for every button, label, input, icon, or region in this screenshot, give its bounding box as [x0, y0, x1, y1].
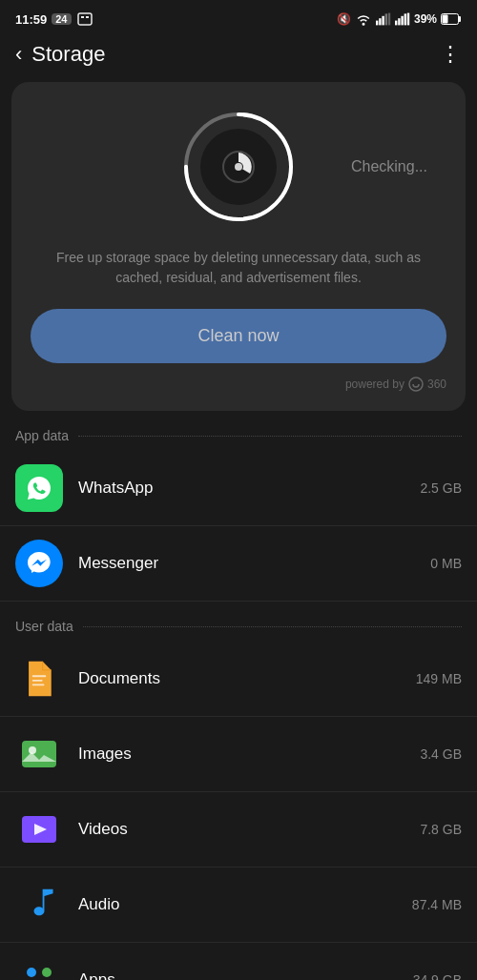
storage-description: Free up storage space by deleting unnece… — [31, 248, 446, 288]
svg-point-20 — [235, 163, 242, 171]
audio-icon — [15, 881, 63, 929]
signal-icon — [376, 12, 391, 26]
svg-rect-2 — [86, 16, 89, 18]
svg-rect-15 — [459, 16, 462, 22]
app-data-divider — [78, 436, 462, 437]
svg-rect-5 — [382, 16, 384, 26]
svg-point-26 — [29, 746, 36, 754]
list-item[interactable]: WhatsApp 2.5 GB — [0, 451, 477, 526]
svg-point-30 — [42, 968, 52, 977]
audio-size: 87.4 MB — [412, 897, 462, 912]
list-item[interactable]: Videos 7.8 GB — [0, 792, 477, 868]
status-left: 11:59 24 — [15, 12, 93, 27]
status-time: 11:59 — [15, 12, 47, 27]
svg-rect-0 — [78, 13, 92, 25]
list-item[interactable]: Audio 87.4 MB — [0, 868, 477, 943]
apps-name: Apps — [78, 970, 398, 980]
images-size: 3.4 GB — [420, 746, 462, 762]
svg-rect-9 — [398, 18, 400, 25]
apps-folder-icon — [15, 956, 63, 980]
checking-text: Checking... — [351, 158, 427, 175]
svg-rect-23 — [32, 680, 43, 682]
svg-rect-4 — [379, 18, 381, 25]
documents-name: Documents — [78, 669, 401, 688]
list-item[interactable]: Images 3.4 GB — [0, 717, 477, 792]
svg-point-21 — [409, 378, 423, 391]
svg-rect-1 — [81, 16, 84, 18]
clean-now-button[interactable]: Clean now — [31, 309, 446, 363]
whatsapp-size: 2.5 GB — [420, 480, 462, 496]
apps-size: 34.9 GB — [413, 972, 462, 980]
app-data-header: App data — [0, 411, 477, 451]
svg-rect-10 — [401, 16, 403, 26]
svg-rect-12 — [407, 13, 409, 26]
images-icon — [15, 730, 63, 778]
storage-card: Checking... Free up storage space by del… — [11, 82, 466, 411]
svg-rect-3 — [376, 21, 378, 26]
app-data-label: App data — [15, 428, 69, 443]
videos-name: Videos — [78, 820, 404, 839]
svg-rect-25 — [22, 741, 56, 767]
images-name: Images — [78, 745, 404, 764]
storage-visual: Checking... — [31, 105, 446, 229]
360-logo-icon — [408, 377, 424, 392]
list-item[interactable]: Messenger 0 MB — [0, 526, 477, 602]
brand-name: 360 — [427, 378, 446, 391]
pie-icon — [221, 150, 256, 184]
signal-icon-2 — [395, 12, 410, 26]
svg-rect-8 — [395, 21, 397, 26]
messenger-name: Messenger — [78, 554, 415, 573]
ring-container — [176, 105, 301, 229]
back-button[interactable]: ‹ — [15, 42, 22, 67]
messenger-icon — [15, 540, 63, 587]
list-item[interactable]: Documents 149 MB — [0, 642, 477, 717]
top-bar-left: ‹ Storage — [15, 42, 105, 67]
user-data-header: User data — [0, 602, 477, 642]
messenger-size: 0 MB — [430, 556, 462, 571]
documents-icon — [15, 655, 63, 703]
mute-icon: 🔇 — [337, 12, 351, 26]
videos-icon — [15, 806, 63, 853]
battery-text: 39% — [414, 12, 437, 26]
status-badge: 24 — [52, 13, 71, 25]
powered-by-text: powered by — [345, 378, 404, 391]
svg-rect-7 — [388, 13, 390, 26]
svg-rect-24 — [32, 684, 45, 685]
audio-name: Audio — [78, 895, 397, 914]
status-right: 🔇 39% — [337, 12, 462, 26]
list-item[interactable]: Apps 34.9 GB — [0, 943, 477, 980]
wifi-icon — [355, 12, 372, 26]
battery-icon — [441, 13, 462, 25]
svg-point-29 — [27, 968, 36, 977]
svg-rect-14 — [443, 15, 448, 24]
sim-icon — [76, 12, 93, 26]
videos-size: 7.8 GB — [420, 822, 462, 837]
user-data-label: User data — [15, 619, 73, 634]
top-bar: ‹ Storage ⋮ — [0, 34, 477, 78]
whatsapp-icon — [15, 464, 63, 512]
more-options-button[interactable]: ⋮ — [440, 42, 462, 67]
ring-inner — [200, 129, 277, 205]
svg-rect-6 — [385, 13, 387, 25]
user-data-divider — [83, 626, 462, 627]
whatsapp-name: WhatsApp — [78, 479, 404, 498]
documents-size: 149 MB — [416, 671, 462, 686]
status-bar: 11:59 24 🔇 39% — [0, 0, 477, 34]
page-title: Storage — [31, 42, 105, 67]
powered-by: powered by 360 — [31, 377, 446, 392]
svg-rect-11 — [404, 13, 406, 25]
svg-rect-22 — [32, 675, 47, 677]
